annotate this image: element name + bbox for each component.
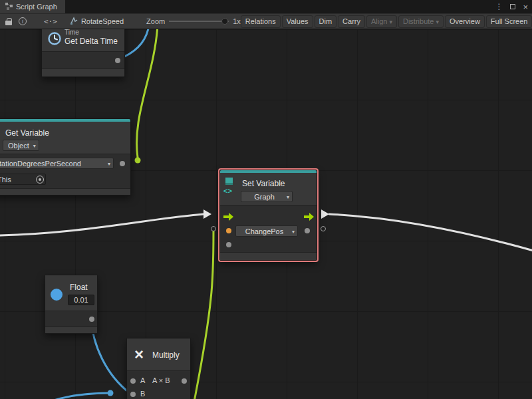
input-port-b[interactable] xyxy=(130,392,136,397)
input-port-a[interactable] xyxy=(130,378,136,384)
value-wire-green-top[interactable] xyxy=(136,29,158,158)
connection-endpoint-left[interactable] xyxy=(211,226,216,231)
node-ports: ChangePos xyxy=(220,205,317,252)
carry-button[interactable]: Carry xyxy=(338,15,365,28)
node-set-variable[interactable]: <> Set Variable Graph ChangePos xyxy=(219,170,317,261)
output-port[interactable] xyxy=(120,161,125,166)
node-header[interactable]: Float xyxy=(45,275,97,311)
zoom-label: Zoom xyxy=(146,17,165,25)
flow-in-port-icon[interactable] xyxy=(223,211,234,223)
info-icon xyxy=(19,17,27,25)
zoom-value: 1x xyxy=(233,17,241,25)
node-title: Float xyxy=(70,283,88,292)
node-header[interactable]: Get Variable Object xyxy=(0,122,130,154)
node-title: Multiply xyxy=(152,350,180,360)
zoom-control: Zoom 1x xyxy=(146,17,241,25)
graph-canvas[interactable]: Time Get Delta Time Get Variable Object … xyxy=(0,29,532,399)
value-wire-green-bottom[interactable] xyxy=(191,231,213,399)
code-view-button[interactable]: <·> xyxy=(41,15,61,28)
graph-toolbar: <·> RotateSpeed Zoom 1x Relations Values… xyxy=(0,13,532,29)
node-footer xyxy=(42,68,124,76)
window-controls: ⋮ × xyxy=(495,0,528,13)
variable-icon xyxy=(225,178,233,185)
dim-button[interactable]: Dim xyxy=(315,15,337,28)
fullscreen-button[interactable]: Full Screen xyxy=(486,15,532,28)
port-a-label: A xyxy=(140,376,145,384)
node-get-delta-time[interactable]: Time Get Delta Time xyxy=(41,29,125,77)
flow-arrow-in-icon[interactable] xyxy=(203,209,211,219)
node-title: Set Variable xyxy=(242,179,285,188)
multiply-icon: × xyxy=(134,346,144,362)
node-get-variable[interactable]: Get Variable Object RotationDegreesPerSe… xyxy=(0,118,131,196)
script-graph-icon xyxy=(5,3,13,11)
flow-wire-out[interactable] xyxy=(329,214,532,251)
green-wire-endpoint[interactable] xyxy=(135,158,141,164)
zoom-slider[interactable] xyxy=(169,21,229,22)
lock-icon xyxy=(5,21,12,25)
output-label: A × B xyxy=(152,376,170,384)
code-icon: <·> xyxy=(44,17,57,26)
node-header[interactable]: <> Set Variable Graph xyxy=(220,173,317,205)
node-ports xyxy=(42,51,124,68)
variable-name-dropdown[interactable]: ChangePos xyxy=(235,225,298,237)
float-icon xyxy=(51,289,63,301)
chevron-down-icon xyxy=(389,17,392,25)
toolbar-buttons: Relations Values Dim Carry Align Distrib… xyxy=(241,15,532,28)
flow-wire-in[interactable] xyxy=(0,214,203,235)
output-port[interactable] xyxy=(89,317,94,322)
unity-script-graph-window: Script Graph ⋮ × <·> RotateSpeed Zoom xyxy=(0,0,532,399)
code-brackets-icon: <> xyxy=(223,187,232,195)
node-multiply[interactable]: × Multiply A A × B B xyxy=(126,338,191,399)
node-ports: A A × B B xyxy=(127,370,190,399)
graph-asset-icon xyxy=(70,17,78,26)
values-button[interactable]: Values xyxy=(282,15,313,28)
node-header[interactable]: Time Get Delta Time xyxy=(42,29,124,51)
menu-icon[interactable]: ⋮ xyxy=(495,2,503,11)
chevron-down-icon xyxy=(436,17,439,25)
node-category: Time xyxy=(65,29,79,36)
node-footer xyxy=(220,252,317,260)
target-object-field[interactable]: This xyxy=(0,174,46,185)
node-title: Get Variable xyxy=(5,128,49,138)
info-button[interactable] xyxy=(15,15,30,28)
float-value-input[interactable] xyxy=(68,295,94,305)
clock-icon xyxy=(47,31,62,49)
zoom-slider-handle[interactable] xyxy=(221,18,228,25)
value-input-port[interactable] xyxy=(226,228,231,233)
lock-button[interactable] xyxy=(2,15,15,28)
variable-kind-dropdown[interactable]: Graph xyxy=(241,191,293,202)
variable-kind-dropdown[interactable]: Object xyxy=(3,140,39,151)
node-footer xyxy=(45,327,97,333)
object-picker-icon[interactable] xyxy=(36,176,44,184)
value-output-port[interactable] xyxy=(305,228,310,233)
node-title: Get Delta Time xyxy=(65,37,118,46)
node-ports xyxy=(45,311,97,327)
port-b-label: B xyxy=(140,390,145,398)
blue-wire-endpoint[interactable] xyxy=(108,390,114,396)
output-port[interactable] xyxy=(182,378,187,384)
distribute-button[interactable]: Distribute xyxy=(398,15,444,28)
graph-name-label: RotateSpeed xyxy=(81,17,124,25)
close-icon[interactable]: × xyxy=(523,2,528,12)
node-float[interactable]: Float xyxy=(45,275,98,334)
node-ports: RotationDegreesPerSecond This xyxy=(0,154,130,188)
flow-arrow-out-icon[interactable] xyxy=(321,209,329,219)
output-port[interactable] xyxy=(115,58,120,63)
flow-out-port-icon[interactable] xyxy=(304,211,315,223)
value-wire-blue-corner[interactable] xyxy=(47,393,110,399)
align-button[interactable]: Align xyxy=(366,15,397,28)
graph-breadcrumb[interactable]: RotateSpeed xyxy=(70,17,124,26)
connection-endpoint-right[interactable] xyxy=(321,226,326,231)
relations-button[interactable]: Relations xyxy=(241,15,281,28)
node-header[interactable]: × Multiply xyxy=(127,338,190,370)
tab-title: Script Graph xyxy=(16,3,57,11)
tab-script-graph[interactable]: Script Graph xyxy=(0,0,65,13)
target-field-label: This xyxy=(0,176,11,184)
variable-name-dropdown[interactable]: RotationDegreesPerSecond xyxy=(0,158,114,169)
extra-input-port[interactable] xyxy=(226,242,231,247)
overview-button[interactable]: Overview xyxy=(445,15,485,28)
tab-bar: Script Graph ⋮ × xyxy=(0,0,532,13)
maximize-icon[interactable] xyxy=(510,4,515,9)
node-footer xyxy=(0,188,130,195)
